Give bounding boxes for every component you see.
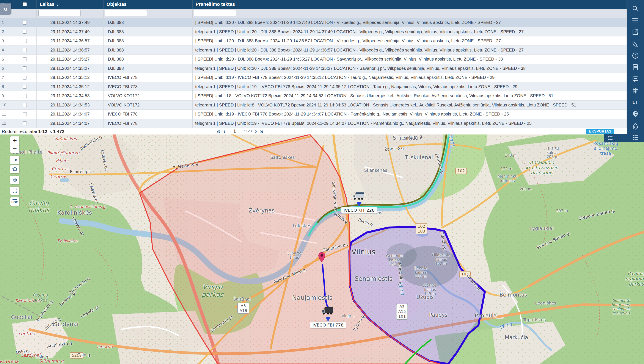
vehicle-marker-iveco-fbi-778[interactable]: IVECO FBI 778 [310, 306, 346, 328]
filter-laikas-input[interactable] [38, 10, 81, 16]
row-checkbox[interactable] [23, 57, 27, 61]
filter-tekstas-input[interactable] [194, 10, 236, 16]
sidebar-document-icon[interactable] [627, 62, 644, 72]
vehicle-direction-icon [357, 202, 362, 207]
row-tekstas: | SPEED| Unit: id:20 - DJL 388 Время: 20… [193, 55, 627, 64]
sidebar-search-icon[interactable] [627, 4, 644, 14]
row-checkbox-cell [13, 119, 37, 128]
collapse-panel-button[interactable]: « [0, 4, 11, 15]
row-objektas: DJL 388 [104, 27, 193, 36]
row-checkbox[interactable] [23, 30, 27, 34]
prev-page-button[interactable]: ‹ [223, 128, 226, 134]
table-footer: Rodomi rezultatai 1-12 iš 1 472. « ‹ / 1… [0, 128, 627, 134]
row-laikas: 29.11.2024 14:36:57 [37, 36, 104, 46]
table-row[interactable]: 1229.11.2024 14:34:07IVECO FBI 778telegr… [0, 119, 627, 128]
row-tekstas: telegram 1 | SPEED | Unit: id:20 - DJL 3… [193, 64, 627, 73]
row-objektas: DJL 388 [104, 18, 193, 27]
sidebar-filters-icon[interactable] [627, 86, 644, 96]
sidebar-satellite-icon[interactable] [627, 38, 644, 49]
draw-polygon-button[interactable] [10, 165, 20, 173]
row-laikas: 29.11.2024 14:35:12 [37, 82, 104, 92]
sidebar-lang-icon[interactable]: LT [627, 97, 644, 108]
first-page-button[interactable]: « [217, 128, 220, 134]
row-checkbox-cell [13, 55, 37, 64]
row-checkbox-cell [13, 36, 37, 46]
row-objektas: DJL 388 [104, 55, 193, 64]
row-checkbox[interactable] [23, 94, 27, 98]
row-checkbox[interactable] [23, 21, 27, 24]
zoom-in-button[interactable]: + [10, 136, 20, 145]
row-checkbox-cell [13, 82, 37, 92]
vehicle-label[interactable]: IVECO KIT 228 [341, 207, 377, 214]
next-page-button[interactable]: › [255, 128, 257, 134]
row-objektas: VOLVO KOT172 [104, 92, 193, 100]
column-header-objektas[interactable]: Objektas [104, 0, 193, 8]
table-row[interactable]: 629.11.2024 14:35:27DJL 388telegram 1 | … [0, 64, 627, 73]
row-laikas: 29.11.2024 14:35:27 [37, 55, 104, 64]
row-checkbox[interactable] [23, 76, 27, 80]
row-objektas: DJL 388 [104, 64, 193, 73]
legend-list-icon[interactable] [607, 135, 613, 141]
row-tekstas: | SPEED| Unit: id:19 - IVECO FBI 778 Вре… [193, 73, 627, 82]
row-checkbox[interactable] [23, 39, 27, 43]
results-summary: Rodomi rezultatai 1-12 iš 1 472. [2, 129, 66, 134]
sidebar-help-icon[interactable]: ? [627, 50, 644, 61]
row-objektas: IVECO FBI 778 [104, 110, 193, 119]
row-checkbox[interactable] [23, 112, 27, 116]
row-checkbox-cell [13, 110, 37, 119]
select-all-checkbox[interactable] [23, 2, 27, 6]
table-row[interactable]: 529.11.2024 14:35:27DJL 388| SPEED| Unit… [0, 55, 627, 64]
table-row[interactable]: 1129.11.2024 14:34:07IVECO FBI 778| SPEE… [0, 110, 627, 119]
row-number: 3 [0, 36, 13, 46]
sidebar-drop-icon[interactable] [627, 121, 644, 131]
log-button[interactable]: LOG [10, 198, 20, 206]
table-row[interactable]: 429.11.2024 14:36:57DJL 388telegram 1 | … [0, 46, 627, 55]
row-number: 2 [0, 27, 13, 36]
sidebar-list-icon[interactable] [627, 132, 644, 143]
row-checkbox-cell [13, 18, 37, 27]
sidebar-footer-bar [604, 134, 627, 142]
table-body: 129.11.2024 14:37:49DJL 388| SPEED| Unit… [0, 18, 627, 128]
column-header-laikas[interactable]: Laikas↓ [37, 0, 104, 8]
column-header-tekstas[interactable]: Pranešimo tektas [193, 0, 627, 8]
row-laikas: 29.11.2024 14:35:27 [37, 64, 104, 73]
sidebar-chat-icon[interactable] [627, 74, 644, 84]
row-checkbox[interactable] [23, 121, 27, 125]
table-row[interactable]: 929.11.2024 14:34:53VOLVO KOT172| SPEED|… [0, 92, 627, 101]
row-tekstas: telegram 1 | SPEED | Unit: id:19 - IVECO… [193, 119, 627, 128]
right-toolbar: ?LT [627, 0, 644, 142]
sidebar-menu-icon[interactable] [627, 15, 644, 26]
event-pin[interactable] [318, 252, 326, 263]
page-number-input[interactable] [229, 128, 241, 134]
row-checkbox[interactable] [23, 85, 27, 88]
row-objektas: DJL 388 [104, 46, 193, 55]
sort-desc-icon[interactable]: ↓ [57, 2, 59, 7]
sidebar-globe-icon[interactable] [627, 109, 644, 120]
map-canvas[interactable]: Senoji PilaitėViršuliškėsPilaitė/Sudervė… [0, 134, 644, 364]
print-map-button[interactable] [10, 176, 20, 184]
row-checkbox-cell [13, 64, 37, 73]
table-row[interactable]: 229.11.2024 14:37:49DJL 388telegram 1 | … [0, 27, 627, 37]
last-page-button[interactable]: » [260, 128, 264, 134]
fleet-tracking-app: № Laikas↓ Objektas Pranešimo tektas « 12… [0, 0, 644, 364]
table-row[interactable]: 1029.11.2024 14:34:53VOLVO KOT172telegra… [0, 101, 627, 110]
row-checkbox[interactable] [23, 103, 27, 107]
row-checkbox[interactable] [23, 48, 27, 52]
table-row[interactable]: 329.11.2024 14:36:57DJL 388| SPEED| Unit… [0, 36, 627, 46]
table-row[interactable]: 729.11.2024 14:35:12IVECO FBI 778| SPEED… [0, 73, 627, 82]
filter-objektas-input[interactable] [105, 10, 147, 16]
row-tekstas: | SPEED| Unit: id:19 - IVECO FBI 778 Вре… [193, 110, 627, 119]
column-header-checkbox[interactable] [13, 0, 37, 8]
zoom-control: + − [10, 136, 20, 153]
row-checkbox[interactable] [23, 66, 27, 70]
sidebar-share-icon[interactable] [627, 27, 644, 37]
table-row[interactable]: 129.11.2024 14:37:49DJL 388| SPEED| Unit… [0, 18, 627, 27]
zoom-out-button[interactable]: − [10, 145, 20, 153]
vehicle-marker-iveco-kit-228[interactable]: IVECO KIT 228 [341, 192, 377, 214]
vehicle-label[interactable]: IVECO FBI 778 [310, 322, 346, 328]
fullscreen-button[interactable] [10, 187, 20, 195]
track-route-button[interactable] [10, 156, 20, 164]
map-base-layer [0, 134, 644, 364]
export-button[interactable]: EKSPORTAS [586, 129, 614, 134]
table-row[interactable]: 829.11.2024 14:35:12IVECO FBI 778telegra… [0, 82, 627, 92]
